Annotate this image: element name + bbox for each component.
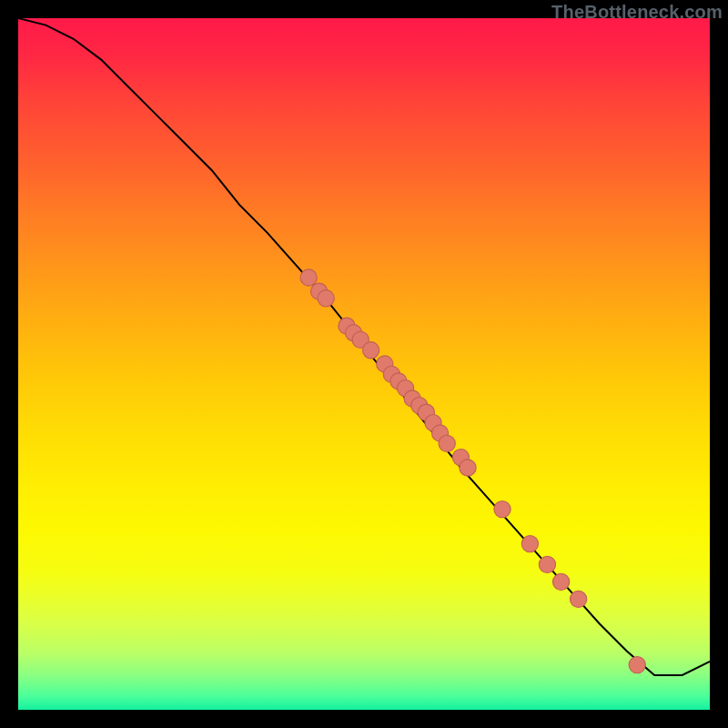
data-marker: [539, 556, 555, 572]
data-marker: [570, 591, 586, 607]
data-marker: [318, 290, 334, 307]
watermark-text: TheBottleneck.com: [551, 2, 723, 23]
data-marker: [552, 573, 569, 590]
marker-group: [300, 269, 645, 673]
data-marker: [629, 656, 645, 672]
chart-overlay-svg: [18, 18, 710, 710]
data-marker: [521, 535, 538, 551]
plot-area: [18, 18, 710, 710]
data-marker: [439, 435, 455, 451]
data-marker: [494, 500, 511, 517]
data-marker: [460, 460, 476, 476]
chart-stage: { "watermark": "TheBottleneck.com", "col…: [0, 0, 728, 728]
data-marker: [362, 342, 379, 359]
data-marker: [300, 269, 317, 286]
